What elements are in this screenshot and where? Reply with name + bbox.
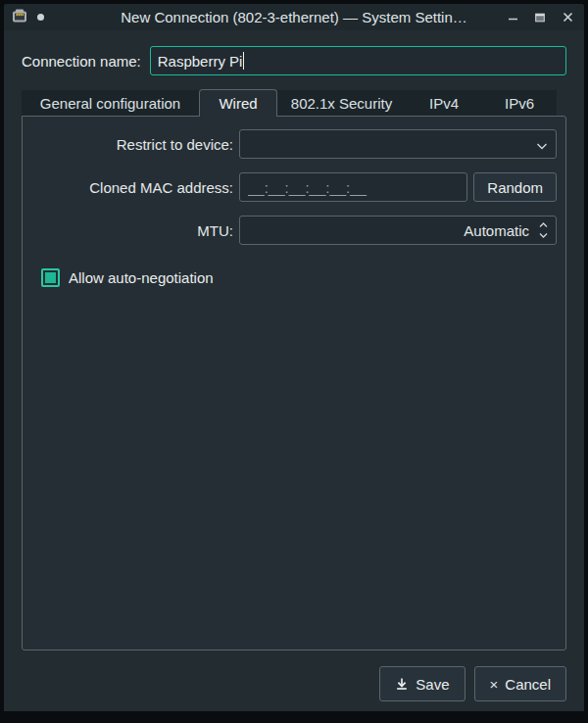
cloned-mac-input[interactable] [239,172,467,202]
tab-ipv4[interactable]: IPv4 [406,90,482,116]
spin-up-icon[interactable] [539,222,548,228]
screen-background: New Connection (802-3-ethernet) — System… [0,0,588,723]
tab-general-configuration[interactable]: General configuration [22,90,199,116]
text-cursor [243,52,244,70]
cancel-x-icon: × [490,677,499,692]
close-button[interactable] [559,9,576,26]
restrict-device-combobox[interactable] [239,129,557,159]
tab-wired[interactable]: Wired [199,89,277,117]
tab-ipv6[interactable]: IPv6 [482,90,557,116]
window-title: New Connection (802-3-ethernet) — System… [4,9,584,25]
save-button[interactable]: Save [379,666,465,701]
settings-dialog-window: New Connection (802-3-ethernet) — System… [4,4,584,711]
cancel-label: Cancel [505,676,551,693]
mtu-row: MTU: Automatic [31,216,557,245]
autoneg-label: Allow auto-negotiation [69,269,214,286]
connection-name-label: Connection name: [22,53,141,70]
ethernet-port-icon [12,8,27,26]
spin-down-icon[interactable] [539,232,548,238]
titlebar[interactable]: New Connection (802-3-ethernet) — System… [4,4,584,30]
mtu-label: MTU: [31,222,233,239]
random-button[interactable]: Random [473,172,557,202]
titlebar-dot-icon [37,14,44,21]
mtu-spinbox[interactable]: Automatic [239,216,557,245]
minimize-button[interactable] [504,9,521,26]
autoneg-checkbox[interactable] [41,268,60,287]
wired-tab-panel: Restrict to device: Cloned MAC address: … [22,116,566,651]
mtu-value: Automatic [464,222,529,239]
connection-name-value: Raspberry Pi [158,53,243,70]
maximize-button[interactable] [531,9,549,26]
restrict-device-row: Restrict to device: [31,129,557,159]
chevron-down-icon [536,136,548,153]
connection-name-row: Connection name: Raspberry Pi [22,46,566,75]
connection-name-input[interactable]: Raspberry Pi [150,46,566,75]
cloned-mac-label: Cloned MAC address: [31,179,233,196]
tab-8021x-security[interactable]: 802.1x Security [277,90,406,116]
save-download-icon [395,677,409,691]
restrict-device-label: Restrict to device: [31,136,233,153]
tabbar: General configuration Wired 802.1x Secur… [22,88,566,116]
cloned-mac-row: Cloned MAC address: Random [31,172,557,202]
autoneg-row[interactable]: Allow auto-negotiation [41,268,557,287]
cancel-button[interactable]: × Cancel [474,666,566,701]
dialog-footer: Save × Cancel [22,651,566,711]
save-label: Save [416,676,449,693]
